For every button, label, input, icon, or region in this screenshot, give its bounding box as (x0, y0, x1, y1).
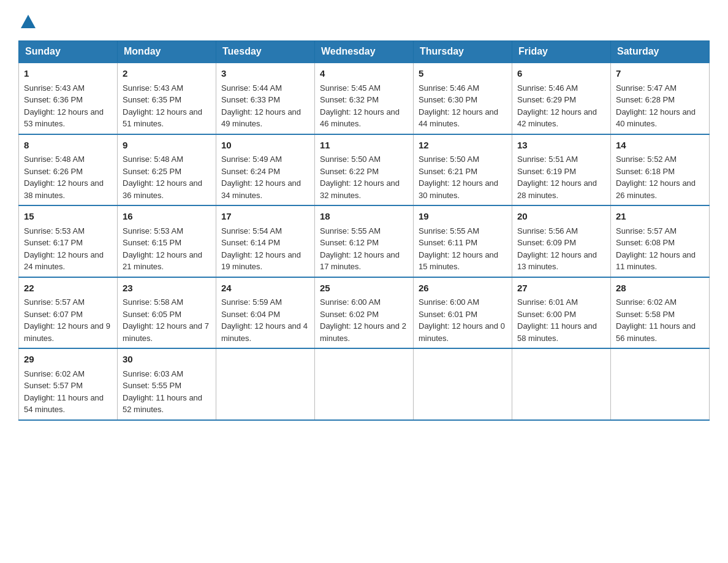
calendar-cell: 9 Sunrise: 5:48 AM Sunset: 6:25 PM Dayli… (118, 134, 216, 206)
calendar-cell: 26 Sunrise: 6:00 AM Sunset: 6:01 PM Dayl… (414, 277, 512, 349)
day-number: 4 (320, 67, 408, 81)
day-number: 10 (221, 139, 309, 153)
calendar-cell: 11 Sunrise: 5:50 AM Sunset: 6:22 PM Dayl… (315, 134, 414, 206)
calendar-week-row-5: 29 Sunrise: 6:02 AM Sunset: 5:57 PM Dayl… (19, 348, 710, 420)
calendar-header-monday: Monday (118, 41, 216, 63)
calendar-cell: 23 Sunrise: 5:58 AM Sunset: 6:05 PM Dayl… (118, 277, 216, 349)
calendar-cell: 7 Sunrise: 5:47 AM Sunset: 6:28 PM Dayli… (611, 63, 710, 134)
day-number: 14 (616, 139, 704, 153)
calendar-cell: 13 Sunrise: 5:51 AM Sunset: 6:19 PM Dayl… (512, 134, 611, 206)
day-number: 24 (221, 282, 309, 296)
day-number: 2 (123, 67, 211, 81)
calendar-cell: 25 Sunrise: 6:00 AM Sunset: 6:02 PM Dayl… (315, 277, 414, 349)
day-number: 15 (24, 210, 112, 224)
calendar-cell: 19 Sunrise: 5:55 AM Sunset: 6:11 PM Dayl… (414, 205, 512, 277)
day-number: 1 (24, 67, 112, 81)
calendar-cell: 10 Sunrise: 5:49 AM Sunset: 6:24 PM Dayl… (216, 134, 315, 206)
day-number: 17 (221, 210, 309, 224)
calendar-week-row-4: 22 Sunrise: 5:57 AM Sunset: 6:07 PM Dayl… (19, 277, 710, 349)
calendar-cell: 5 Sunrise: 5:46 AM Sunset: 6:30 PM Dayli… (414, 63, 512, 134)
calendar-cell: 2 Sunrise: 5:43 AM Sunset: 6:35 PM Dayli… (118, 63, 216, 134)
day-number: 26 (419, 282, 507, 296)
day-number: 27 (517, 282, 605, 296)
calendar-table: SundayMondayTuesdayWednesdayThursdayFrid… (18, 40, 710, 421)
calendar-cell: 27 Sunrise: 6:01 AM Sunset: 6:00 PM Dayl… (512, 277, 611, 349)
calendar-cell: 22 Sunrise: 5:57 AM Sunset: 6:07 PM Dayl… (19, 277, 118, 349)
calendar-header-thursday: Thursday (414, 41, 512, 63)
calendar-header-row: SundayMondayTuesdayWednesdayThursdayFrid… (19, 41, 710, 63)
calendar-cell (216, 348, 315, 420)
day-number: 18 (320, 210, 408, 224)
day-number: 23 (123, 282, 211, 296)
logo-triangle-icon (21, 15, 36, 28)
calendar-cell: 12 Sunrise: 5:50 AM Sunset: 6:21 PM Dayl… (414, 134, 512, 206)
calendar-cell (611, 348, 710, 420)
day-number: 9 (123, 139, 211, 153)
day-number: 25 (320, 282, 408, 296)
calendar-header-sunday: Sunday (19, 41, 118, 63)
day-number: 5 (419, 67, 507, 81)
calendar-header-tuesday: Tuesday (216, 41, 315, 63)
day-number: 11 (320, 139, 408, 153)
calendar-cell: 14 Sunrise: 5:52 AM Sunset: 6:18 PM Dayl… (611, 134, 710, 206)
calendar-header-friday: Friday (512, 41, 611, 63)
calendar-cell: 1 Sunrise: 5:43 AM Sunset: 6:36 PM Dayli… (19, 63, 118, 134)
calendar-cell: 16 Sunrise: 5:53 AM Sunset: 6:15 PM Dayl… (118, 205, 216, 277)
day-number: 16 (123, 210, 211, 224)
day-number: 19 (419, 210, 507, 224)
calendar-cell: 8 Sunrise: 5:48 AM Sunset: 6:26 PM Dayli… (19, 134, 118, 206)
day-number: 7 (616, 67, 704, 81)
day-number: 12 (419, 139, 507, 153)
day-number: 8 (24, 139, 112, 153)
day-number: 21 (616, 210, 704, 224)
calendar-cell: 21 Sunrise: 5:57 AM Sunset: 6:08 PM Dayl… (611, 205, 710, 277)
day-number: 20 (517, 210, 605, 224)
calendar-cell: 29 Sunrise: 6:02 AM Sunset: 5:57 PM Dayl… (19, 348, 118, 420)
day-number: 6 (517, 67, 605, 81)
day-number: 22 (24, 282, 112, 296)
calendar-cell: 15 Sunrise: 5:53 AM Sunset: 6:17 PM Dayl… (19, 205, 118, 277)
calendar-cell (414, 348, 512, 420)
calendar-cell: 28 Sunrise: 6:02 AM Sunset: 5:58 PM Dayl… (611, 277, 710, 349)
calendar-cell: 4 Sunrise: 5:45 AM Sunset: 6:32 PM Dayli… (315, 63, 414, 134)
calendar-week-row-1: 1 Sunrise: 5:43 AM Sunset: 6:36 PM Dayli… (19, 63, 710, 134)
calendar-cell: 24 Sunrise: 5:59 AM Sunset: 6:04 PM Dayl… (216, 277, 315, 349)
calendar-cell: 20 Sunrise: 5:56 AM Sunset: 6:09 PM Dayl… (512, 205, 611, 277)
calendar-week-row-2: 8 Sunrise: 5:48 AM Sunset: 6:26 PM Dayli… (19, 134, 710, 206)
day-number: 3 (221, 67, 309, 81)
page-header (18, 12, 710, 28)
day-number: 29 (24, 353, 112, 367)
calendar-cell (315, 348, 414, 420)
calendar-header-wednesday: Wednesday (315, 41, 414, 63)
calendar-cell: 6 Sunrise: 5:46 AM Sunset: 6:29 PM Dayli… (512, 63, 611, 134)
calendar-cell: 17 Sunrise: 5:54 AM Sunset: 6:14 PM Dayl… (216, 205, 315, 277)
calendar-cell: 3 Sunrise: 5:44 AM Sunset: 6:33 PM Dayli… (216, 63, 315, 134)
day-number: 13 (517, 139, 605, 153)
calendar-cell: 30 Sunrise: 6:03 AM Sunset: 5:55 PM Dayl… (118, 348, 216, 420)
day-number: 28 (616, 282, 704, 296)
calendar-week-row-3: 15 Sunrise: 5:53 AM Sunset: 6:17 PM Dayl… (19, 205, 710, 277)
calendar-header-saturday: Saturday (611, 41, 710, 63)
calendar-cell: 18 Sunrise: 5:55 AM Sunset: 6:12 PM Dayl… (315, 205, 414, 277)
day-number: 30 (123, 353, 211, 367)
calendar-cell (512, 348, 611, 420)
logo (18, 12, 36, 28)
